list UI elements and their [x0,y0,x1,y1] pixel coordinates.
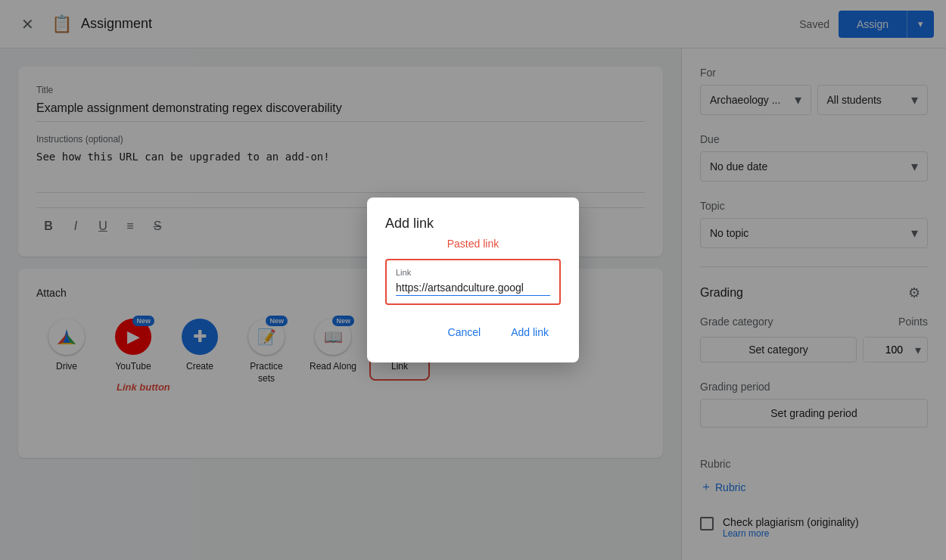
dialog-link-box: Link [385,259,561,305]
dialog-pasted-label: Pasted link [385,238,561,250]
dialog-link-input[interactable] [396,280,550,296]
dialog-link-label: Link [396,268,550,277]
dialog-overlay: Add link Pasted link Link Cancel Add lin… [0,0,946,560]
add-link-dialog: Add link Pasted link Link Cancel Add lin… [367,198,579,362]
dialog-title: Add link [385,216,561,232]
cancel-button[interactable]: Cancel [436,320,493,344]
dialog-actions: Cancel Add link [385,320,561,344]
add-link-button[interactable]: Add link [499,320,561,344]
